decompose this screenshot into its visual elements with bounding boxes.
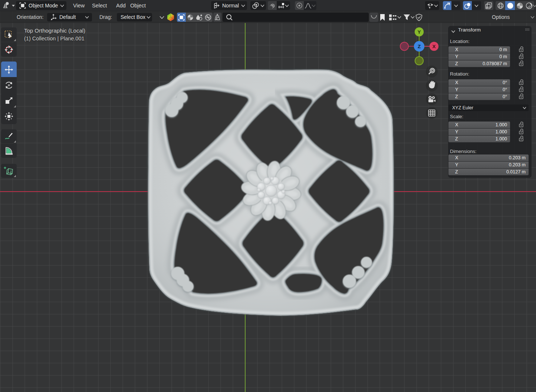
svg-text:Y: Y [417, 29, 421, 35]
svg-text:X: X [432, 44, 435, 49]
svg-text:Z: Z [418, 44, 421, 49]
